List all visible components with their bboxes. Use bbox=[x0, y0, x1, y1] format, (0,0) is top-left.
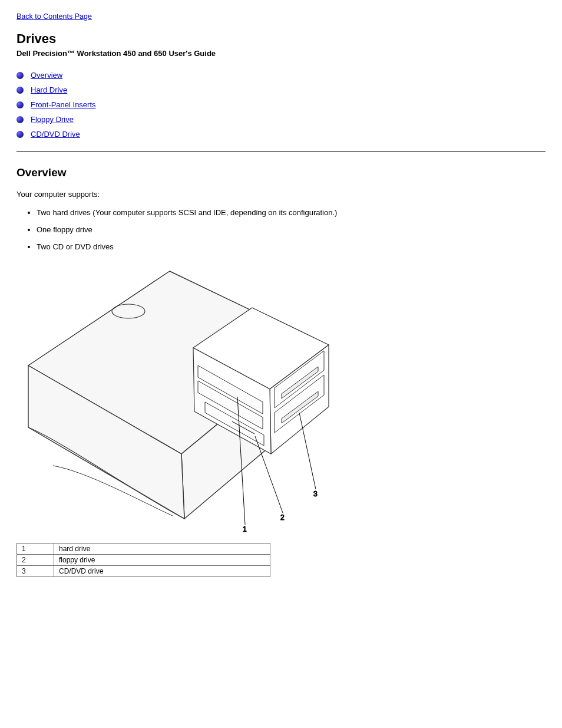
sphere-bullet-icon bbox=[16, 131, 24, 138]
callout-label-cell: hard drive bbox=[54, 543, 270, 555]
callout-num-cell: 1 bbox=[17, 543, 54, 555]
toc-list: Overview Hard Drive Front-Panel Inserts … bbox=[16, 71, 546, 139]
sphere-bullet-icon bbox=[16, 72, 24, 79]
callout-number-2: 2 bbox=[280, 513, 285, 522]
table-row: 2 floppy drive bbox=[17, 555, 270, 566]
sphere-bullet-icon bbox=[16, 101, 24, 108]
toc-link-overview[interactable]: Overview bbox=[31, 71, 62, 80]
section-heading-overview: Overview bbox=[16, 166, 546, 179]
page-title: Drives bbox=[16, 31, 546, 47]
table-row: 1 hard drive bbox=[17, 543, 270, 555]
back-to-contents-link[interactable]: Back to Contents Page bbox=[16, 12, 92, 21]
intro-text: Your computer supports: bbox=[16, 190, 546, 199]
callout-num-cell: 2 bbox=[17, 555, 54, 566]
toc-item: Floppy Drive bbox=[16, 115, 546, 124]
callout-number-1: 1 bbox=[243, 525, 247, 533]
feature-item: Two CD or DVD drives bbox=[37, 242, 546, 251]
callout-label-cell: floppy drive bbox=[54, 555, 270, 566]
sphere-bullet-icon bbox=[16, 87, 24, 94]
toc-link-front-panel-inserts[interactable]: Front-Panel Inserts bbox=[31, 100, 96, 109]
callout-num-cell: 3 bbox=[17, 566, 54, 577]
sphere-bullet-icon bbox=[16, 116, 24, 123]
section-divider bbox=[16, 151, 546, 152]
feature-list: Two hard drives (Your computer supports … bbox=[37, 208, 546, 251]
table-row: 3 CD/DVD drive bbox=[17, 566, 270, 577]
toc-item: CD/DVD Drive bbox=[16, 130, 546, 139]
drive-bay-figure: 1 2 3 bbox=[16, 265, 546, 533]
toc-item: Front-Panel Inserts bbox=[16, 100, 546, 109]
toc-link-hard-drive[interactable]: Hard Drive bbox=[31, 85, 67, 94]
toc-item: Hard Drive bbox=[16, 85, 546, 94]
toc-link-floppy-drive[interactable]: Floppy Drive bbox=[31, 115, 74, 124]
callout-key-table: 1 hard drive 2 floppy drive 3 CD/DVD dri… bbox=[16, 543, 270, 577]
callout-label-cell: CD/DVD drive bbox=[54, 566, 270, 577]
feature-item: One floppy drive bbox=[37, 225, 546, 234]
toc-link-cd-dvd-drive[interactable]: CD/DVD Drive bbox=[31, 130, 80, 139]
toc-item: Overview bbox=[16, 71, 546, 80]
feature-item: Two hard drives (Your computer supports … bbox=[37, 208, 546, 217]
page-subtitle: Dell Precision™ Workstation 450 and 650 … bbox=[16, 49, 546, 58]
callout-number-3: 3 bbox=[313, 490, 318, 498]
